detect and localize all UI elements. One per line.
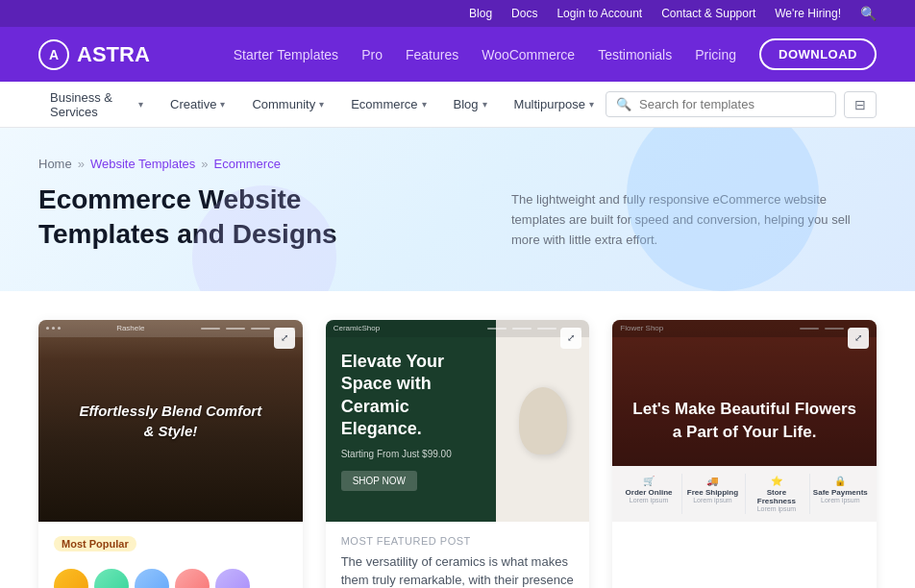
hero-description: The lightweight and fully responsive eCo… <box>511 190 877 250</box>
avatar-2 <box>94 569 129 588</box>
search-input[interactable] <box>639 97 826 111</box>
card-2-tag: MOST FEATURED POST <box>341 535 575 547</box>
topbar-docs-link[interactable]: Docs <box>511 7 537 20</box>
chevron-down-icon: ▾ <box>482 99 487 110</box>
top-bar: Blog Docs Login to Account Contact & Sup… <box>0 0 915 27</box>
secondary-nav-ecommerce[interactable]: Ecommerce ▾ <box>339 91 437 117</box>
hero-left: Ecommerce Website Templates and Designs <box>38 183 404 253</box>
chevron-down-icon: ▾ <box>422 99 427 110</box>
search-icon: 🔍 <box>616 97 631 111</box>
card-3-bottom-bar: 🛒 Order Online Lorem ipsum 🚚 Free Shippi… <box>612 466 877 522</box>
secondary-nav-blog[interactable]: Blog ▾ <box>442 91 499 117</box>
card-2-expand-button[interactable]: ⤢ <box>560 328 581 349</box>
topbar-search-icon[interactable]: 🔍 <box>860 6 877 21</box>
secondary-nav-multipurpose[interactable]: Multipurpose ▾ <box>503 91 606 117</box>
template-search-bar[interactable]: 🔍 <box>606 91 836 117</box>
topbar-login-link[interactable]: Login to Account <box>556 7 642 20</box>
page-title: Ecommerce Website Templates and Designs <box>38 183 404 253</box>
avatar-3 <box>135 569 169 588</box>
chevron-down-icon: ▾ <box>319 99 324 110</box>
breadcrumb-home[interactable]: Home <box>38 157 72 171</box>
template-card-3: Flower Shop Let's Make Beautiful Flowers… <box>612 320 877 588</box>
download-button[interactable]: DOWNLOAD <box>759 38 877 70</box>
avatar-1 <box>54 569 88 588</box>
card-2-left-text: Elevate Your Space with Ceramic Elegance… <box>341 351 482 491</box>
template-card-2: CeramicShop Elevate Your Space with Cera… <box>326 320 590 588</box>
topbar-hiring-link[interactable]: We're Hiring! <box>775 7 841 20</box>
chevron-down-icon: ▾ <box>589 99 594 110</box>
card-2-description: The versatility of ceramics is what make… <box>341 552 575 588</box>
avatar-4 <box>175 569 210 588</box>
ceramic-decoration <box>519 387 567 454</box>
breadcrumb-website-templates[interactable]: Website Templates <box>90 157 195 171</box>
hero-content: Ecommerce Website Templates and Designs … <box>38 183 877 253</box>
mini-nav-dots <box>46 327 61 330</box>
logo-icon: A <box>38 39 69 70</box>
chevron-down-icon: ▾ <box>220 99 225 110</box>
nav-woocommerce[interactable]: WooCommerce <box>482 47 575 62</box>
hero-right: The lightweight and fully responsive eCo… <box>511 183 877 250</box>
card-1-overlay-text: Effortlessly Blend Comfort& Style! <box>79 401 261 441</box>
card-1-body: Most Popular <box>38 522 303 588</box>
nav-starter-templates[interactable]: Starter Templates <box>234 47 338 62</box>
main-nav-links: Starter Templates Pro Features WooCommer… <box>234 38 877 70</box>
card-mini-nav: Rashele <box>38 320 303 337</box>
cards-grid: Rashele Effortlessly Blend Comfort& Styl… <box>38 320 877 588</box>
secondary-nav: Business & Services ▾ Creative ▾ Communi… <box>0 82 915 128</box>
breadcrumb-sep-1: » <box>78 157 85 171</box>
avatar-5 <box>215 569 250 588</box>
card-2-mini-nav: CeramicShop <box>326 320 590 337</box>
nav-pro[interactable]: Pro <box>361 47 383 62</box>
card-1-avatars <box>54 569 287 588</box>
topbar-blog-link[interactable]: Blog <box>469 7 492 20</box>
secondary-nav-links: Business & Services ▾ Creative ▾ Communi… <box>38 85 606 125</box>
card-image-3: Flower Shop Let's Make Beautiful Flowers… <box>612 320 877 522</box>
secondary-nav-community[interactable]: Community ▾ <box>240 91 335 117</box>
logo-text: ASTRA <box>77 42 150 67</box>
card-image-1: Rashele Effortlessly Blend Comfort& Styl… <box>38 320 303 522</box>
cards-section: Rashele Effortlessly Blend Comfort& Styl… <box>0 291 915 588</box>
breadcrumb-sep-2: » <box>201 157 208 171</box>
secondary-nav-business[interactable]: Business & Services ▾ <box>38 85 155 125</box>
card-image-2: CeramicShop Elevate Your Space with Cera… <box>326 320 590 522</box>
secondary-nav-creative[interactable]: Creative ▾ <box>159 91 236 117</box>
filter-button[interactable]: ⊟ <box>844 91 877 118</box>
card-1-expand-button[interactable]: ⤢ <box>274 328 295 349</box>
filter-icon: ⊟ <box>854 97 866 112</box>
breadcrumb-current: Ecommerce <box>214 157 281 171</box>
chevron-down-icon: ▾ <box>138 99 143 110</box>
logo[interactable]: A ASTRA <box>38 39 150 70</box>
card-1-label: Most Popular <box>54 536 136 551</box>
card-2-body: MOST FEATURED POST The versatility of ce… <box>326 522 590 588</box>
hero-section: Home » Website Templates » Ecommerce Eco… <box>0 128 915 291</box>
card-3-expand-button[interactable]: ⤢ <box>848 328 869 349</box>
card-3-overlay-text: Let's Make Beautiful Flowers a Part of Y… <box>612 383 877 458</box>
nav-features[interactable]: Features <box>406 47 458 62</box>
main-nav: A ASTRA Starter Templates Pro Features W… <box>0 27 915 82</box>
nav-pricing[interactable]: Pricing <box>695 47 736 62</box>
topbar-contact-link[interactable]: Contact & Support <box>661 7 755 20</box>
template-card-1: Rashele Effortlessly Blend Comfort& Styl… <box>38 320 303 588</box>
nav-testimonials[interactable]: Testimonials <box>598 47 672 62</box>
breadcrumb: Home » Website Templates » Ecommerce <box>38 157 877 171</box>
